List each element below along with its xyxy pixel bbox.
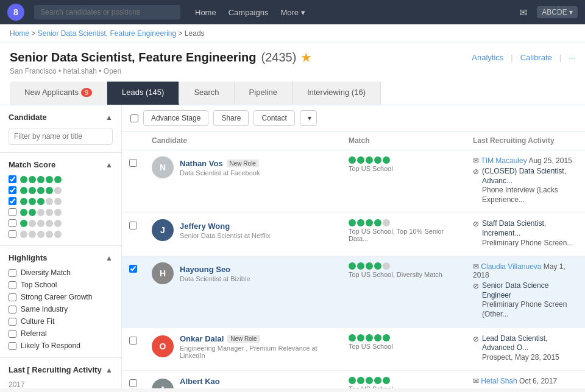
user-menu[interactable]: ABCDE ▾ xyxy=(537,6,578,18)
match-label: Top US School xyxy=(349,385,458,388)
table-row[interactable]: HHayoung SeoData Scientist at BizibleTop… xyxy=(122,256,585,327)
row-checkbox[interactable] xyxy=(129,159,137,167)
contact-button[interactable]: Contact xyxy=(254,110,294,126)
candidates-table: Candidate Match Last Recruiting Activity… xyxy=(122,131,585,388)
breadcrumb-job[interactable]: Senior Data Scientist, Feature Engineeri… xyxy=(38,29,176,38)
filter-activity-icon: ⊘ xyxy=(473,282,479,290)
match-score-rows xyxy=(9,175,113,238)
filled-dot xyxy=(349,156,356,164)
candidate-name[interactable]: Nathan VosNew Role xyxy=(180,159,260,168)
table-row[interactable]: OOnkar DalalNew RoleEngineering Manager … xyxy=(122,327,585,371)
filled-dot xyxy=(366,377,373,384)
highlights-header[interactable]: Highlights ▲ xyxy=(9,253,113,262)
match-score-checkbox[interactable] xyxy=(9,186,16,194)
match-dots xyxy=(20,209,62,216)
nav-more[interactable]: More ▾ xyxy=(280,8,305,17)
match-row xyxy=(9,208,113,216)
match-score-checkbox[interactable] xyxy=(9,175,16,183)
match-score-checkbox[interactable] xyxy=(9,219,16,227)
top-nav: 8 Home Campaigns More ▾ ✉ ABCDE ▾ xyxy=(0,0,585,24)
tab-interviewing-(16)[interactable]: Interviewing (16) xyxy=(292,82,381,105)
global-search-input[interactable] xyxy=(34,5,180,19)
row-checkbox[interactable] xyxy=(129,379,137,387)
mail-icon[interactable]: ✉ xyxy=(519,7,527,18)
highlight-item[interactable]: Same Industry xyxy=(9,305,113,313)
main-layout: Candidate ▲ Match Score ▲ Highlights ▲ D… xyxy=(0,105,585,388)
highlight-checkbox[interactable] xyxy=(9,293,16,301)
filled-dot xyxy=(357,377,364,384)
table-row[interactable]: AAlbert KaoFull Stack Data Scientist at … xyxy=(122,371,585,388)
match-row xyxy=(9,175,113,183)
highlight-item[interactable]: Strong Career Growth xyxy=(9,293,113,301)
calibrate-link[interactable]: Calibrate xyxy=(520,53,552,62)
highlight-item[interactable]: Culture Fit xyxy=(9,317,113,326)
highlight-checkbox[interactable] xyxy=(9,281,16,289)
tab-search[interactable]: Search xyxy=(179,82,234,105)
table-row[interactable]: JJeffery WongSenior Data Scientist at Ne… xyxy=(122,213,585,256)
filled-dot xyxy=(357,156,364,164)
tab-new-applicants[interactable]: New Applicants9 xyxy=(10,82,107,105)
row-checkbox[interactable] xyxy=(129,337,137,345)
tab-leads-(145)[interactable]: Leads (145) xyxy=(107,82,179,105)
breadcrumb-home[interactable]: Home xyxy=(10,29,29,38)
candidate-filter-input[interactable] xyxy=(9,128,113,145)
avatar: O xyxy=(152,335,174,357)
filter-activity-icon: ⊘ xyxy=(473,167,479,176)
candidate-name[interactable]: Jeffery Wong xyxy=(180,222,271,231)
action-bar: Advance Stage Share Contact ▾ xyxy=(122,105,585,131)
empty-dot xyxy=(46,209,53,216)
filled-dot xyxy=(383,377,390,384)
empty-dot xyxy=(46,198,53,205)
select-all-checkbox[interactable] xyxy=(130,114,138,122)
highlight-checkbox[interactable] xyxy=(9,269,16,277)
filled-dot xyxy=(29,176,36,183)
chevron-up-icon: ▲ xyxy=(105,113,113,122)
highlight-item[interactable]: Diversity Match xyxy=(9,268,113,277)
tab-pipeline[interactable]: Pipeline xyxy=(235,82,292,105)
match-score-checkbox[interactable] xyxy=(9,230,16,238)
highlight-checkbox[interactable] xyxy=(9,342,16,350)
highlight-checkbox[interactable] xyxy=(9,330,16,338)
nav-home[interactable]: Home xyxy=(195,8,216,17)
match-score-header[interactable]: Match Score ▲ xyxy=(9,160,113,169)
row-checkbox[interactable] xyxy=(129,265,137,273)
highlight-checkbox[interactable] xyxy=(9,318,16,326)
match-score-checkbox[interactable] xyxy=(9,197,16,205)
avatar: N xyxy=(152,156,174,178)
candidate-name[interactable]: Hayoung Seo xyxy=(180,265,250,274)
highlight-checkbox[interactable] xyxy=(9,306,16,313)
match-score-checkbox[interactable] xyxy=(9,208,16,216)
match-row xyxy=(9,219,113,227)
filled-dot xyxy=(349,334,356,341)
nav-campaigns[interactable]: Campaigns xyxy=(229,8,269,17)
filled-dot xyxy=(383,334,390,341)
more-actions-dropdown[interactable]: ▾ xyxy=(300,110,317,126)
star-icon[interactable]: ★ xyxy=(301,51,311,65)
filled-dot xyxy=(20,209,27,216)
highlight-item[interactable]: Referral xyxy=(9,329,113,338)
highlight-item[interactable]: Likely To Respond xyxy=(9,341,113,350)
app-logo: 8 xyxy=(7,4,24,21)
filled-dot xyxy=(366,334,373,341)
filled-dot xyxy=(366,156,373,164)
match-dots xyxy=(20,231,62,238)
match-label: Top US School, Diversity Match xyxy=(349,271,458,278)
filled-dot xyxy=(349,377,356,384)
advance-stage-button[interactable]: Advance Stage xyxy=(143,110,208,126)
empty-dot xyxy=(54,220,62,227)
candidate-name[interactable]: Albert Kao xyxy=(180,377,334,386)
filled-dot xyxy=(29,198,36,205)
table-row[interactable]: NNathan VosNew RoleData Scientist at Fac… xyxy=(122,150,585,213)
filled-dot xyxy=(349,262,356,270)
candidate-name[interactable]: Onkar DalalNew Role xyxy=(180,334,334,343)
candidate-section-header[interactable]: Candidate ▲ xyxy=(9,113,113,122)
row-checkbox[interactable] xyxy=(129,222,137,229)
last-recruiting-header[interactable]: Last [ Recruiting Activity ▲ xyxy=(9,365,113,374)
empty-dot xyxy=(29,220,36,227)
empty-dot xyxy=(54,209,62,216)
activity-person: Claudia Villanueva xyxy=(481,262,541,271)
more-actions[interactable]: ··· xyxy=(569,53,575,62)
highlight-item[interactable]: Top School xyxy=(9,281,113,289)
share-button[interactable]: Share xyxy=(213,110,249,126)
analytics-link[interactable]: Analytics xyxy=(472,53,503,62)
